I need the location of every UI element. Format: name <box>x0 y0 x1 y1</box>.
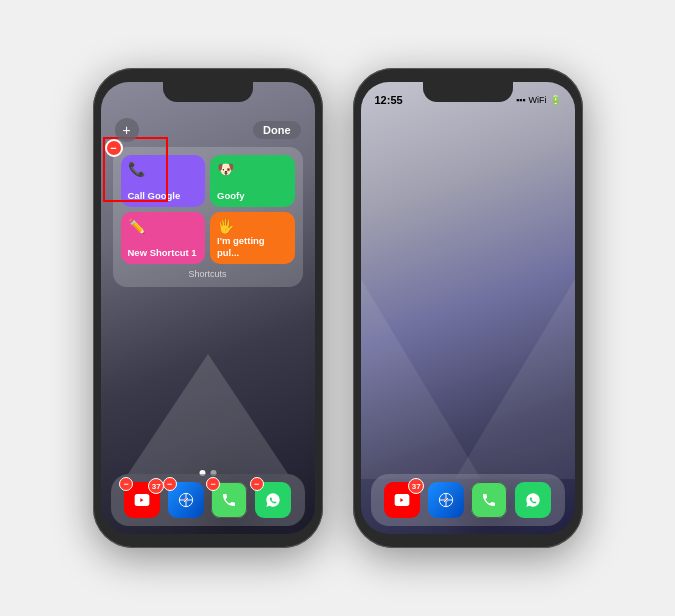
edit-bar: + Done <box>101 112 315 148</box>
status-icons: ▪▪▪ WiFi 🔋 <box>516 95 561 105</box>
signal-icon: ▪▪▪ <box>516 95 526 105</box>
status-time: 12:55 <box>375 94 403 106</box>
right-whatsapp-icon <box>515 482 551 518</box>
right-phone-app-icon <box>471 482 507 518</box>
dock-youtube[interactable]: 37 <box>124 482 160 518</box>
right-dock-safari[interactable] <box>428 482 464 518</box>
shortcut-tile-goofy[interactable]: 🐶 Goofy <box>210 155 295 207</box>
getting-pull-icon: 🖐 <box>217 218 288 234</box>
right-phone-screen: 12:55 ▪▪▪ WiFi 🔋 37 <box>361 82 575 534</box>
wallpaper-right-shape <box>455 279 575 479</box>
wallpaper-decoration <box>128 354 288 474</box>
getting-pull-label: I'm getting pul... <box>217 235 288 258</box>
new-shortcut-icon: ✏️ <box>128 218 199 234</box>
widget-area: 📞 Call Google 🐶 Goofy ✏️ New Shortcut 1 <box>113 147 303 287</box>
left-phone-screen: + Done 📞 Call Google <box>101 82 315 534</box>
right-youtube-badge: 37 <box>408 478 424 494</box>
right-dock-youtube[interactable]: 37 <box>384 482 420 518</box>
goofy-icon: 🐶 <box>217 161 288 177</box>
new-shortcut-label: New Shortcut 1 <box>128 247 199 258</box>
whatsapp-remove-button[interactable] <box>250 477 264 491</box>
dock-left: 37 <box>111 474 305 526</box>
add-widget-button[interactable]: + <box>115 118 139 142</box>
youtube-badge: 37 <box>148 478 164 494</box>
shortcut-tile-new-shortcut[interactable]: ✏️ New Shortcut 1 <box>121 212 206 264</box>
dock-safari[interactable] <box>168 482 204 518</box>
right-phone: 12:55 ▪▪▪ WiFi 🔋 37 <box>353 68 583 548</box>
dock-right: 37 <box>371 474 565 526</box>
wifi-icon: WiFi <box>529 95 547 105</box>
dock-whatsapp[interactable] <box>255 482 291 518</box>
right-dock-phone[interactable] <box>471 482 507 518</box>
notch <box>163 82 253 102</box>
left-phone: + Done 📞 Call Google <box>93 68 323 548</box>
right-safari-icon <box>428 482 464 518</box>
goofy-label: Goofy <box>217 190 288 201</box>
right-dock-whatsapp[interactable] <box>515 482 551 518</box>
right-notch <box>423 82 513 102</box>
dock-phone[interactable] <box>211 482 247 518</box>
shortcut-tile-getting-pull[interactable]: 🖐 I'm getting pul... <box>210 212 295 264</box>
safari-remove-button[interactable] <box>163 477 177 491</box>
done-button[interactable]: Done <box>253 121 301 139</box>
battery-icon: 🔋 <box>550 95 561 105</box>
widget-label: Shortcuts <box>121 269 295 279</box>
